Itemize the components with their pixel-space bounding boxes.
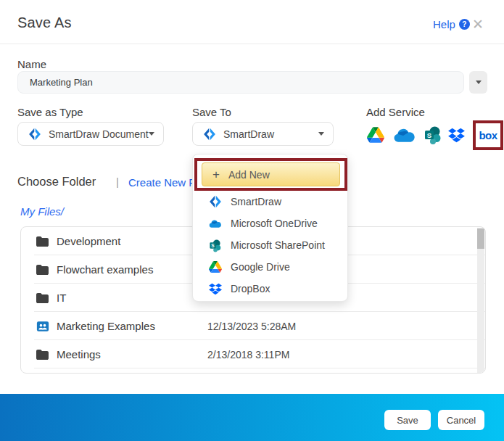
scrollbar-thumb[interactable] bbox=[477, 228, 484, 249]
folder-icon bbox=[36, 234, 49, 248]
smartdraw-icon bbox=[28, 128, 41, 141]
google-drive-icon[interactable] bbox=[367, 127, 384, 143]
name-dropdown-button[interactable] bbox=[469, 71, 487, 94]
menu-item-add-new[interactable]: + Add New bbox=[202, 162, 340, 186]
name-input[interactable] bbox=[17, 71, 464, 94]
list-item[interactable]: Marketing Examples 12/13/2023 5:28AM bbox=[21, 312, 485, 340]
add-service-row: S box bbox=[367, 120, 503, 149]
save-to-value: SmartDraw bbox=[223, 128, 318, 140]
svg-text:S: S bbox=[211, 242, 215, 247]
menu-item-onedrive[interactable]: Microsoft OneDrive bbox=[193, 213, 347, 234]
breadcrumb[interactable]: My Files/ bbox=[20, 205, 64, 218]
help-link[interactable]: Help ? bbox=[433, 18, 470, 30]
folder-icon bbox=[36, 263, 49, 276]
choose-folder-title: Choose Folder bbox=[17, 175, 96, 189]
cancel-button[interactable]: Cancel bbox=[438, 410, 484, 430]
row-divider bbox=[34, 368, 485, 368]
save-as-type-label: Save as Type bbox=[17, 106, 83, 118]
google-drive-icon bbox=[209, 260, 222, 273]
sharepoint-icon[interactable]: S bbox=[424, 125, 442, 144]
menu-items: SmartDraw Microsoft OneDrive bbox=[193, 191, 347, 300]
menu-item-smartdraw[interactable]: SmartDraw bbox=[193, 191, 347, 213]
save-as-dialog: Save As Help ? ✕ Name Save as Type Save … bbox=[0, 0, 504, 441]
save-as-type-value: SmartDraw Document bbox=[49, 128, 149, 140]
svg-text:S: S bbox=[427, 131, 431, 139]
menu-item-sharepoint[interactable]: S Microsoft SharePoint bbox=[193, 234, 347, 256]
save-to-menu: + Add New SmartDraw bbox=[192, 154, 348, 302]
smartdraw-icon bbox=[209, 195, 222, 208]
box-annotation-box: box bbox=[473, 120, 503, 150]
onedrive-icon bbox=[209, 217, 222, 230]
save-to-label: Save To bbox=[192, 106, 231, 118]
list-item[interactable]: Meetings 2/13/2018 3:11PM bbox=[21, 340, 485, 368]
add-service-label: Add Service bbox=[366, 106, 425, 118]
close-icon[interactable]: ✕ bbox=[472, 16, 484, 33]
help-link-label: Help bbox=[433, 18, 455, 30]
scrollbar-track[interactable] bbox=[477, 228, 484, 374]
chevron-down-icon bbox=[318, 132, 324, 136]
dropbox-icon[interactable] bbox=[448, 128, 465, 143]
plus-icon: + bbox=[212, 168, 220, 182]
folder-icon bbox=[36, 347, 49, 361]
chevron-down-icon bbox=[149, 132, 154, 136]
folder-icon bbox=[36, 291, 49, 305]
header-divider bbox=[0, 44, 504, 44]
divider: | bbox=[116, 176, 119, 188]
dropbox-icon bbox=[209, 282, 222, 295]
onedrive-icon[interactable] bbox=[393, 128, 416, 143]
footer-bar: Save Cancel bbox=[0, 394, 504, 441]
chevron-down-icon bbox=[476, 81, 482, 84]
menu-item-dropbox[interactable]: DropBox bbox=[193, 278, 347, 300]
sharepoint-icon: S bbox=[209, 239, 222, 252]
shared-folder-icon bbox=[36, 319, 49, 333]
box-icon[interactable]: box bbox=[479, 129, 497, 141]
save-button[interactable]: Save bbox=[384, 410, 431, 430]
smartdraw-icon bbox=[203, 128, 216, 141]
menu-item-label: Add New bbox=[228, 169, 270, 181]
help-icon: ? bbox=[459, 19, 470, 30]
page-title: Save As bbox=[17, 15, 72, 31]
menu-item-google-drive[interactable]: Google Drive bbox=[193, 256, 347, 278]
save-to-select[interactable]: SmartDraw bbox=[192, 122, 334, 146]
name-label: Name bbox=[17, 58, 46, 70]
save-as-type-select[interactable]: SmartDraw Document bbox=[17, 122, 164, 146]
